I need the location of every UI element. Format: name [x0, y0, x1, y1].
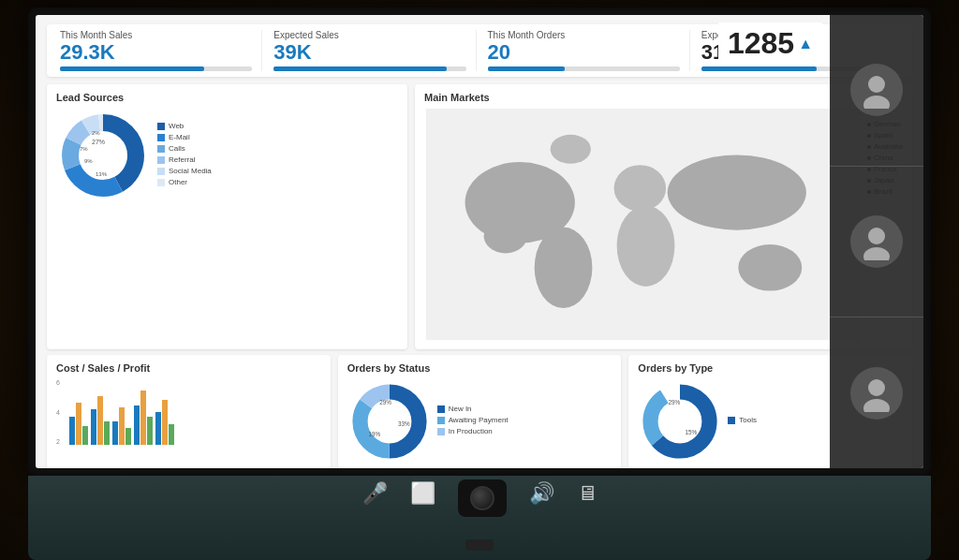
svg-point-46 [868, 228, 885, 244]
bar-sales-3 [119, 407, 125, 445]
svg-point-45 [863, 96, 890, 109]
svg-text:15%: 15% [686, 429, 698, 435]
y-axis: 6 4 2 [56, 379, 60, 445]
orders-by-status-title: Orders by Status [347, 362, 612, 374]
svg-rect-37 [437, 428, 445, 435]
svg-rect-18 [157, 179, 165, 186]
stat-this-month-sales-fill [60, 66, 204, 71]
camera-bar: 🎤 ⬜ 🔊 🖥 [28, 476, 931, 560]
svg-rect-17 [157, 168, 165, 175]
legend-tools-label: Tools [739, 416, 757, 424]
legend-tools: Tools [728, 416, 757, 424]
svg-rect-35 [437, 405, 445, 413]
legend-in-production-label: In Production [449, 427, 493, 435]
cost-sales-profit-card: Cost / Sales / Profit 6 4 2 [47, 355, 331, 468]
svg-text:33%: 33% [398, 420, 410, 427]
svg-rect-15 [157, 145, 165, 153]
legend-calls: Calls [157, 144, 212, 153]
bar-profit-2 [104, 421, 110, 445]
donut-chart-svg: 27% 42% 13% 9% 7% 2% [56, 109, 150, 202]
avatar-tile-1 [830, 15, 923, 167]
svg-point-44 [868, 76, 885, 93]
orders-by-status-chart: 29% 33% 19% New In Awaiting Payment [347, 379, 612, 464]
monitor-icon[interactable]: ⬜ [410, 481, 435, 506]
camera-body [458, 479, 507, 517]
cost-sales-profit-title: Cost / Sales / Profit [56, 362, 321, 374]
big-number-overlay: 1285 ▲ [718, 22, 822, 65]
stat-this-month-sales-label: This Month Sales [60, 30, 252, 40]
legend-referral: Referral [157, 155, 212, 164]
svg-text:13%: 13% [96, 171, 108, 177]
svg-point-21 [484, 218, 527, 253]
orders-status-donut-svg: 29% 33% 19% [347, 379, 432, 464]
stat-this-month-orders-label: This Month Orders [488, 30, 680, 40]
legend-other-label: Other [169, 178, 187, 186]
bar-group-2 [91, 396, 110, 445]
legend-new-in: New In [437, 405, 509, 413]
svg-text:27%: 27% [92, 139, 105, 145]
bar-sales-2 [97, 396, 103, 445]
legend-new-in-label: New In [449, 405, 472, 413]
orders-type-donut-svg: 29% 15% [638, 379, 722, 464]
stat-expected-sales: Expected Sales 39K [270, 30, 476, 71]
svg-rect-43 [728, 417, 735, 424]
svg-text:9%: 9% [84, 158, 93, 164]
big-number-value: 1285 [728, 26, 794, 61]
charts-row-bottom: Cost / Sales / Profit 6 4 2 [47, 355, 912, 468]
orders-status-legend: New In Awaiting Payment In Production [437, 405, 509, 438]
avatar-3 [850, 367, 903, 420]
stat-this-month-orders: This Month Orders 20 [484, 30, 690, 71]
stat-this-month-sales: This Month Sales 29.3K [56, 30, 262, 71]
screen-content: This Month Sales 29.3K Expected Sales 39… [36, 15, 923, 468]
stat-expected-sales-value: 39K [273, 42, 465, 63]
stat-this-month-orders-value: 20 [488, 42, 680, 63]
dashboard: This Month Sales 29.3K Expected Sales 39… [36, 15, 923, 468]
bar-profit-3 [125, 428, 131, 445]
avatar-icon-2 [858, 223, 895, 260]
bar-cost-2 [91, 409, 96, 445]
svg-point-27 [551, 135, 591, 164]
world-map-svg [424, 109, 862, 340]
lead-sources-title: Lead Sources [56, 92, 398, 103]
lead-sources-legend: Web E-Mail Calls [157, 122, 212, 189]
display-icon[interactable]: 🖥 [577, 481, 598, 506]
bar-group-1 [69, 403, 88, 445]
stat-expected-sales-fill [273, 66, 447, 71]
y-label-4: 4 [56, 409, 60, 416]
legend-web-label: Web [169, 122, 184, 130]
svg-point-23 [614, 165, 667, 211]
svg-point-47 [863, 247, 890, 260]
legend-awaiting-payment: Awaiting Payment [437, 416, 509, 424]
legend-in-production: In Production [437, 427, 509, 435]
speaker-icon[interactable]: 🔊 [529, 481, 554, 506]
bar-cost-4 [134, 405, 140, 445]
svg-rect-14 [157, 134, 165, 141]
svg-text:42%: 42% [111, 148, 124, 155]
stat-this-month-sales-progress [60, 66, 252, 71]
y-label-6: 6 [56, 379, 60, 386]
y-label-2: 2 [56, 438, 60, 445]
orders-by-status-card: Orders by Status 29% 33% 19% [338, 355, 622, 468]
legend-social-media-label: Social Media [169, 167, 212, 175]
stat-expected-orders-fill [701, 66, 817, 71]
avatar-1 [850, 64, 903, 116]
svg-point-25 [668, 155, 806, 229]
avatar-2 [850, 215, 903, 268]
svg-text:2%: 2% [92, 130, 100, 136]
lead-sources-chart: 27% 42% 13% 9% 7% 2% Web [56, 109, 398, 202]
bar-sales-5 [162, 400, 168, 445]
bar-chart-container: 6 4 2 [56, 379, 321, 445]
bar-chart-area [69, 379, 321, 445]
legend-other: Other [157, 178, 212, 186]
mic-icon[interactable]: 🎤 [362, 481, 388, 506]
tv-screen-frame: This Month Sales 29.3K Expected Sales 39… [28, 7, 931, 476]
legend-email: E-Mail [157, 133, 212, 141]
big-number-arrow: ▲ [798, 36, 813, 52]
svg-text:29%: 29% [379, 399, 391, 405]
bar-profit-4 [147, 417, 153, 445]
lead-sources-card: Lead Sources [47, 84, 407, 349]
stat-this-month-orders-progress [488, 66, 680, 71]
bar-cost-1 [69, 417, 75, 445]
svg-point-48 [868, 379, 885, 396]
bar-group-4 [134, 391, 153, 445]
